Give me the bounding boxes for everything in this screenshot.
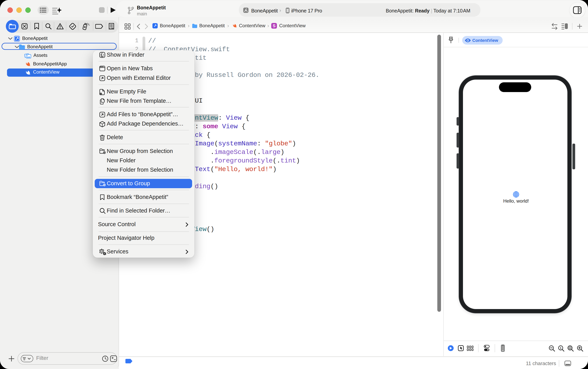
svg-text:1: 1 bbox=[560, 346, 561, 349]
